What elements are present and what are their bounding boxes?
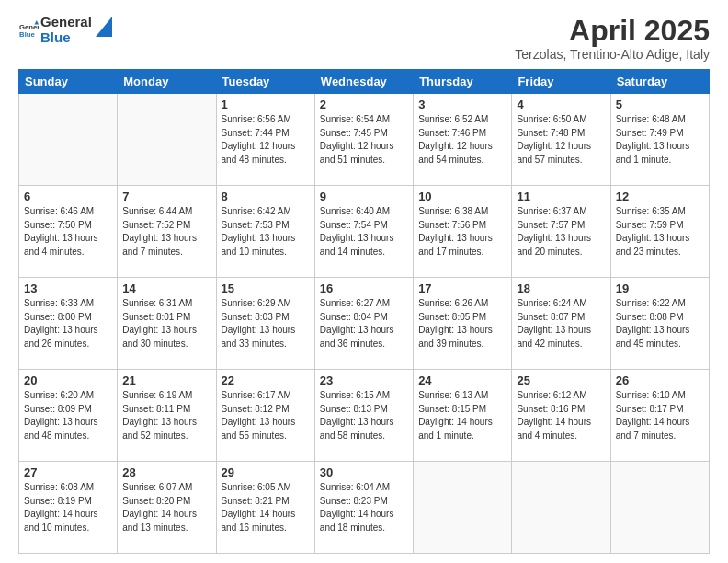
day-info: Sunrise: 6:29 AMSunset: 8:03 PMDaylight:… bbox=[222, 297, 310, 350]
calendar-cell: 14Sunrise: 6:31 AMSunset: 8:01 PMDayligh… bbox=[118, 278, 216, 370]
calendar-cell: 26Sunrise: 6:10 AMSunset: 8:17 PMDayligh… bbox=[610, 370, 709, 462]
day-info: Sunrise: 6:15 AMSunset: 8:13 PMDaylight:… bbox=[320, 389, 408, 442]
day-number: 24 bbox=[418, 373, 506, 387]
calendar-cell bbox=[610, 462, 709, 554]
day-info: Sunrise: 6:08 AMSunset: 8:19 PMDaylight:… bbox=[24, 481, 112, 534]
day-info: Sunrise: 6:42 AMSunset: 7:53 PMDaylight:… bbox=[222, 205, 310, 259]
day-info: Sunrise: 6:19 AMSunset: 8:11 PMDaylight:… bbox=[122, 389, 210, 442]
title-section: April 2025 Terzolas, Trentino-Alto Adige… bbox=[515, 15, 710, 62]
day-number: 13 bbox=[24, 282, 112, 295]
calendar-week-1: 6Sunrise: 6:46 AMSunset: 7:50 PMDaylight… bbox=[19, 186, 710, 278]
calendar-cell: 29Sunrise: 6:05 AMSunset: 8:21 PMDayligh… bbox=[216, 462, 314, 554]
calendar-cell: 3Sunrise: 6:52 AMSunset: 7:46 PMDaylight… bbox=[414, 94, 512, 186]
day-info: Sunrise: 6:26 AMSunset: 8:05 PMDaylight:… bbox=[418, 297, 506, 350]
svg-marker-2 bbox=[35, 20, 39, 24]
page: General Blue General Blue April 2025 Ter… bbox=[0, 0, 728, 563]
day-info: Sunrise: 6:46 AMSunset: 7:50 PMDaylight:… bbox=[24, 205, 112, 259]
logo-icon: General Blue bbox=[18, 20, 39, 40]
calendar-dow-sunday: Sunday bbox=[19, 70, 118, 94]
calendar-dow-monday: Monday bbox=[118, 70, 216, 94]
calendar-cell: 11Sunrise: 6:37 AMSunset: 7:57 PMDayligh… bbox=[512, 186, 610, 278]
day-number: 10 bbox=[418, 190, 506, 203]
day-number: 6 bbox=[24, 190, 112, 203]
calendar-cell: 30Sunrise: 6:04 AMSunset: 8:23 PMDayligh… bbox=[314, 462, 413, 554]
calendar-cell bbox=[414, 462, 512, 554]
day-number: 28 bbox=[122, 465, 210, 479]
calendar-cell: 23Sunrise: 6:15 AMSunset: 8:13 PMDayligh… bbox=[314, 370, 413, 462]
calendar-week-3: 20Sunrise: 6:20 AMSunset: 8:09 PMDayligh… bbox=[19, 370, 710, 462]
day-number: 17 bbox=[418, 282, 506, 295]
month-title: April 2025 bbox=[515, 15, 710, 47]
day-info: Sunrise: 6:31 AMSunset: 8:01 PMDaylight:… bbox=[122, 297, 210, 350]
calendar-cell bbox=[512, 462, 610, 554]
calendar-cell: 13Sunrise: 6:33 AMSunset: 8:00 PMDayligh… bbox=[19, 278, 118, 370]
day-info: Sunrise: 6:20 AMSunset: 8:09 PMDaylight:… bbox=[24, 389, 112, 442]
day-info: Sunrise: 6:35 AMSunset: 7:59 PMDaylight:… bbox=[616, 205, 704, 259]
calendar-cell: 6Sunrise: 6:46 AMSunset: 7:50 PMDaylight… bbox=[19, 186, 118, 278]
day-number: 19 bbox=[616, 282, 704, 295]
day-number: 11 bbox=[517, 190, 605, 203]
day-number: 22 bbox=[222, 373, 310, 387]
day-number: 16 bbox=[320, 282, 408, 295]
day-info: Sunrise: 6:52 AMSunset: 7:46 PMDaylight:… bbox=[418, 113, 506, 167]
calendar-cell: 19Sunrise: 6:22 AMSunset: 8:08 PMDayligh… bbox=[610, 278, 709, 370]
day-info: Sunrise: 6:33 AMSunset: 8:00 PMDaylight:… bbox=[24, 297, 112, 350]
calendar-cell: 25Sunrise: 6:12 AMSunset: 8:16 PMDayligh… bbox=[512, 370, 610, 462]
day-number: 3 bbox=[418, 98, 506, 111]
day-number: 20 bbox=[24, 373, 112, 387]
day-number: 8 bbox=[222, 190, 310, 203]
calendar-dow-saturday: Saturday bbox=[610, 70, 709, 94]
calendar-cell: 28Sunrise: 6:07 AMSunset: 8:20 PMDayligh… bbox=[118, 462, 216, 554]
logo-general: General bbox=[40, 15, 92, 30]
calendar-cell: 8Sunrise: 6:42 AMSunset: 7:53 PMDaylight… bbox=[216, 186, 314, 278]
day-number: 18 bbox=[517, 282, 605, 295]
day-info: Sunrise: 6:44 AMSunset: 7:52 PMDaylight:… bbox=[122, 205, 210, 259]
day-info: Sunrise: 6:10 AMSunset: 8:17 PMDaylight:… bbox=[616, 389, 704, 442]
calendar-cell: 7Sunrise: 6:44 AMSunset: 7:52 PMDaylight… bbox=[118, 186, 216, 278]
calendar-week-0: 1Sunrise: 6:56 AMSunset: 7:44 PMDaylight… bbox=[19, 94, 710, 186]
day-number: 21 bbox=[122, 373, 210, 387]
calendar-dow-thursday: Thursday bbox=[414, 70, 512, 94]
day-info: Sunrise: 6:05 AMSunset: 8:21 PMDaylight:… bbox=[222, 481, 310, 534]
day-info: Sunrise: 6:04 AMSunset: 8:23 PMDaylight:… bbox=[320, 481, 408, 534]
location-subtitle: Terzolas, Trentino-Alto Adige, Italy bbox=[515, 47, 710, 62]
calendar-dow-wednesday: Wednesday bbox=[314, 70, 413, 94]
calendar-cell: 18Sunrise: 6:24 AMSunset: 8:07 PMDayligh… bbox=[512, 278, 610, 370]
calendar-cell: 24Sunrise: 6:13 AMSunset: 8:15 PMDayligh… bbox=[414, 370, 512, 462]
calendar-cell: 1Sunrise: 6:56 AMSunset: 7:44 PMDaylight… bbox=[216, 94, 314, 186]
calendar-cell: 22Sunrise: 6:17 AMSunset: 8:12 PMDayligh… bbox=[216, 370, 314, 462]
calendar-cell bbox=[19, 94, 118, 186]
logo-blue: Blue bbox=[40, 30, 92, 46]
calendar-dow-tuesday: Tuesday bbox=[216, 70, 314, 94]
calendar-cell: 10Sunrise: 6:38 AMSunset: 7:56 PMDayligh… bbox=[414, 186, 512, 278]
day-number: 7 bbox=[122, 190, 210, 203]
calendar-cell: 27Sunrise: 6:08 AMSunset: 8:19 PMDayligh… bbox=[19, 462, 118, 554]
calendar-week-2: 13Sunrise: 6:33 AMSunset: 8:00 PMDayligh… bbox=[19, 278, 710, 370]
calendar-cell: 2Sunrise: 6:54 AMSunset: 7:45 PMDaylight… bbox=[314, 94, 413, 186]
day-number: 26 bbox=[616, 373, 704, 387]
day-info: Sunrise: 6:48 AMSunset: 7:49 PMDaylight:… bbox=[616, 113, 704, 167]
day-info: Sunrise: 6:56 AMSunset: 7:44 PMDaylight:… bbox=[222, 113, 310, 167]
calendar-cell bbox=[118, 94, 216, 186]
day-number: 2 bbox=[320, 98, 408, 111]
calendar-dow-friday: Friday bbox=[512, 70, 610, 94]
day-number: 29 bbox=[222, 465, 310, 479]
calendar-cell: 12Sunrise: 6:35 AMSunset: 7:59 PMDayligh… bbox=[610, 186, 709, 278]
calendar-cell: 9Sunrise: 6:40 AMSunset: 7:54 PMDaylight… bbox=[314, 186, 413, 278]
calendar-cell: 15Sunrise: 6:29 AMSunset: 8:03 PMDayligh… bbox=[216, 278, 314, 370]
day-number: 15 bbox=[222, 282, 310, 295]
day-number: 12 bbox=[616, 190, 704, 203]
logo: General Blue General Blue bbox=[18, 15, 112, 45]
day-number: 4 bbox=[517, 98, 605, 111]
calendar-cell: 20Sunrise: 6:20 AMSunset: 8:09 PMDayligh… bbox=[19, 370, 118, 462]
calendar-header-row: SundayMondayTuesdayWednesdayThursdayFrid… bbox=[19, 70, 710, 94]
svg-marker-3 bbox=[96, 17, 112, 37]
logo-triangle-icon bbox=[96, 17, 112, 37]
header: General Blue General Blue April 2025 Ter… bbox=[18, 15, 710, 62]
day-info: Sunrise: 6:24 AMSunset: 8:07 PMDaylight:… bbox=[517, 297, 605, 350]
calendar-cell: 17Sunrise: 6:26 AMSunset: 8:05 PMDayligh… bbox=[414, 278, 512, 370]
calendar-cell: 4Sunrise: 6:50 AMSunset: 7:48 PMDaylight… bbox=[512, 94, 610, 186]
day-info: Sunrise: 6:22 AMSunset: 8:08 PMDaylight:… bbox=[616, 297, 704, 350]
day-info: Sunrise: 6:54 AMSunset: 7:45 PMDaylight:… bbox=[320, 113, 408, 167]
day-info: Sunrise: 6:40 AMSunset: 7:54 PMDaylight:… bbox=[320, 205, 408, 259]
